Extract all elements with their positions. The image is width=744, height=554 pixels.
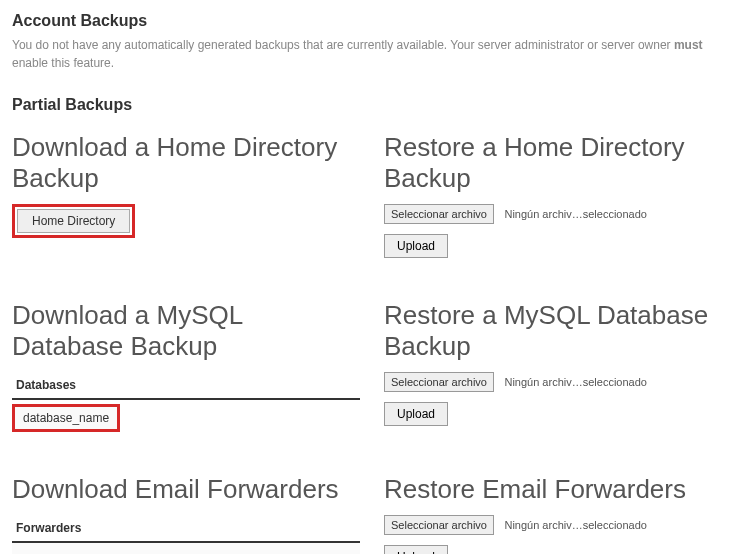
page-description: You do not have any automatically genera… [12, 36, 732, 72]
page-title: Account Backups [12, 12, 732, 30]
mysql-upload-button[interactable]: Upload [384, 402, 448, 426]
home-directory-button[interactable]: Home Directory [17, 209, 130, 233]
restore-email-heading: Restore Email Forwarders [384, 474, 732, 505]
download-email-heading: Download Email Forwarders [12, 474, 360, 505]
partial-backups-heading: Partial Backups [12, 96, 732, 114]
mysql-file-select-button[interactable]: Seleccionar archivo [384, 372, 494, 392]
desc-text-a: You do not have any automatically genera… [12, 38, 674, 52]
home-dir-highlight: Home Directory [12, 204, 135, 238]
email-file-status: Ningún archiv…seleccionado [504, 519, 646, 531]
home-dir-file-status: Ningún archiv…seleccionado [504, 208, 646, 220]
restore-mysql-heading: Restore a MySQL Database Backup [384, 300, 732, 362]
forwarders-row [12, 543, 360, 554]
mysql-file-status: Ningún archiv…seleccionado [504, 376, 646, 388]
email-file-select-button[interactable]: Seleccionar archivo [384, 515, 494, 535]
home-dir-file-select-button[interactable]: Seleccionar archivo [384, 204, 494, 224]
databases-table-header: Databases [12, 372, 360, 400]
restore-home-dir-heading: Restore a Home Directory Backup [384, 132, 732, 194]
download-mysql-heading: Download a MySQL Database Backup [12, 300, 360, 362]
email-upload-button[interactable]: Upload [384, 545, 448, 554]
database-row[interactable]: database_name [12, 404, 120, 432]
home-dir-upload-button[interactable]: Upload [384, 234, 448, 258]
desc-must: must [674, 38, 703, 52]
desc-text-b: enable this feature. [12, 56, 114, 70]
forwarders-table-header: Forwarders [12, 515, 360, 543]
download-home-dir-heading: Download a Home Directory Backup [12, 132, 360, 194]
